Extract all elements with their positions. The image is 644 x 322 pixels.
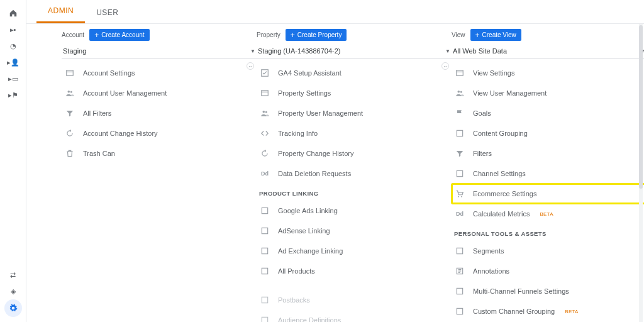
menu-item[interactable]: Content Grouping: [452, 123, 644, 143]
menu-item-label: Calculated Metrics: [473, 210, 530, 218]
menu-item-label: View User Management: [473, 89, 547, 97]
segments-icon: [454, 245, 465, 257]
menu-item[interactable]: Account Change History: [62, 123, 257, 143]
menu-item-label: Trash Can: [83, 150, 115, 157]
connector-icon: ↔: [441, 62, 449, 70]
create-view-button[interactable]: +Create View: [470, 29, 521, 41]
left-rail: ▸▪ ◔ ▸👤 ▸▭ ▸⚑ ⇄ ◈: [0, 0, 26, 322]
create-property-button[interactable]: +Create Property: [286, 29, 347, 41]
menu-item-label: Account User Management: [83, 89, 167, 97]
acquisition-icon[interactable]: ▸▭: [0, 70, 26, 87]
menu-item[interactable]: Segments: [452, 241, 644, 261]
user-icon[interactable]: ▸👤: [0, 54, 26, 70]
note-icon: [454, 265, 465, 277]
menu-item[interactable]: Ad Exchange Linking: [257, 241, 452, 261]
menu-item-label: GA4 Setup Assistant: [278, 69, 341, 77]
code-icon: [259, 128, 270, 139]
group-icon: [454, 128, 465, 139]
settings-card-icon: [259, 87, 270, 99]
menu-item-label: Account Change History: [83, 130, 158, 137]
dashboard-icon[interactable]: ▸▪: [0, 21, 26, 38]
menu-item[interactable]: Account Settings: [62, 63, 257, 83]
menu-item[interactable]: GA4 Setup Assistant: [257, 63, 452, 83]
menu-item-label: Property Change History: [278, 150, 353, 157]
menu-item[interactable]: Postbacks: [257, 290, 452, 310]
menu-item-label: Audience Definitions: [278, 316, 341, 322]
settings-card-icon: [64, 67, 75, 79]
menu-item[interactable]: Property Settings: [257, 83, 452, 103]
view-selector[interactable]: All Web Site Data▼: [452, 45, 644, 59]
people-icon: [454, 87, 465, 99]
adx-icon: [259, 245, 270, 257]
tab-admin[interactable]: ADMIN: [36, 6, 85, 23]
account-selector[interactable]: Staging▼: [62, 45, 257, 59]
menu-item[interactable]: Goals: [452, 103, 644, 123]
filter-icon: [64, 108, 75, 119]
discover-icon[interactable]: ◈: [0, 283, 26, 299]
property-column: ↔Property +Create PropertyStaging (UA-14…: [257, 29, 452, 322]
menu-item-label: Property Settings: [278, 89, 331, 97]
menu-item-label: Google Ads Linking: [278, 207, 338, 214]
menu-item-label: Goals: [473, 109, 491, 117]
menu-item[interactable]: DdData Deletion Requests: [257, 164, 452, 184]
check-icon: [259, 67, 270, 79]
menu-item[interactable]: Multi-Channel Funnels Settings: [452, 281, 644, 301]
menu-item[interactable]: Channel Settings: [452, 164, 644, 184]
filter-icon: [454, 148, 465, 159]
menu-item[interactable]: Trash Can: [62, 143, 257, 164]
menu-item[interactable]: Audience Definitions: [257, 310, 452, 322]
funnel-icon: [454, 286, 465, 297]
attribution-icon[interactable]: ⇄: [0, 267, 26, 283]
account-column: Account +Create AccountStaging▼Account S…: [62, 29, 257, 322]
menu-item[interactable]: Filters: [452, 143, 644, 164]
history-icon: [64, 128, 75, 139]
view-column: ↔View +Create ViewAll Web Site Data▼View…: [452, 29, 644, 322]
admin-gear-icon[interactable]: [4, 299, 22, 317]
menu-item[interactable]: Tracking Info: [257, 123, 452, 143]
section-header: PERSONAL TOOLS & ASSETS: [452, 224, 644, 241]
menu-item[interactable]: View User Management: [452, 83, 644, 103]
menu-item[interactable]: DdCalculated MetricsBETA: [452, 204, 644, 224]
menu-item[interactable]: Google Ads Linking: [257, 201, 452, 221]
connector-icon: ↔: [247, 62, 254, 70]
menu-item[interactable]: Account User Management: [62, 83, 257, 103]
menu-item[interactable]: All Filters: [62, 103, 257, 123]
menu-item-label: Filters: [473, 150, 492, 157]
dd-icon: Dd: [454, 208, 465, 219]
flag-icon[interactable]: ▸⚑: [0, 87, 26, 103]
menu-item[interactable]: All Products: [257, 261, 452, 281]
menu-item-label: Ad Exchange Linking: [278, 247, 343, 255]
view-header: View: [452, 31, 465, 38]
clock-icon[interactable]: ◔: [0, 38, 26, 54]
menu-item[interactable]: Property Change History: [257, 143, 452, 164]
menu-item[interactable]: Property User Management: [257, 103, 452, 123]
flag-icon: [454, 108, 465, 119]
menu-item[interactable]: AdSense Linking: [257, 221, 452, 241]
menu-item-label: Annotations: [473, 267, 509, 275]
menu-item-label: Postbacks: [278, 296, 310, 304]
tab-user[interactable]: USER: [85, 8, 130, 23]
menu-item-label: AdSense Linking: [278, 227, 330, 235]
postback-icon: [259, 294, 270, 306]
menu-item-label: Property User Management: [278, 109, 363, 117]
menu-item-label: Tracking Info: [278, 130, 318, 137]
menu-item[interactable]: Ecommerce Settings: [452, 184, 644, 204]
menu-item-label: Content Grouping: [473, 130, 528, 137]
menu-item-label: Ecommerce Settings: [473, 190, 536, 197]
menu-item[interactable]: View Settings: [452, 63, 644, 83]
menu-item-label: Multi-Channel Funnels Settings: [473, 287, 569, 295]
cart-icon: [454, 188, 465, 199]
create-account-button[interactable]: +Create Account: [89, 29, 149, 41]
menu-item[interactable]: Annotations: [452, 261, 644, 281]
property-selector[interactable]: Staging (UA-143886704-2)▼: [257, 45, 452, 59]
admin-tabs: ADMIN USER: [26, 0, 644, 24]
menu-item[interactable]: Custom Channel GroupingBETA: [452, 301, 644, 321]
audience-icon: [259, 314, 270, 322]
menu-item-label: All Products: [278, 267, 315, 275]
adsense-icon: [259, 225, 270, 236]
allprod-icon: [259, 265, 270, 277]
history-icon: [259, 148, 270, 159]
scrollbar[interactable]: [639, 24, 643, 322]
menu-item-label: View Settings: [473, 69, 514, 77]
people-icon: [259, 108, 270, 119]
